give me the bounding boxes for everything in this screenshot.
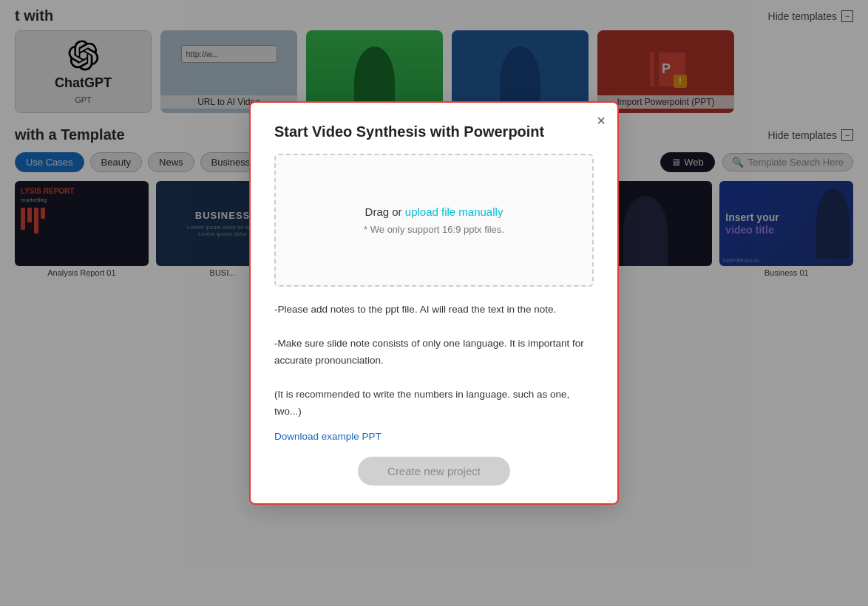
instruction-line2: -Make sure slide note consists of only o… (274, 336, 594, 370)
modal-overlay: × Start Video Synthesis with Powerpoint … (0, 0, 868, 606)
create-project-btn[interactable]: Create new project (358, 457, 510, 486)
modal-dialog: × Start Video Synthesis with Powerpoint … (249, 101, 619, 505)
upload-note: * We only support 16:9 pptx files. (364, 224, 504, 235)
upload-zone[interactable]: Drag or upload file manually * We only s… (274, 154, 594, 287)
instruction-line1: -Please add notes to the ppt file. AI wi… (274, 302, 594, 319)
upload-drag-text: Drag or upload file manually (365, 205, 503, 218)
instruction-line3: (It is recommended to write the numbers … (274, 387, 594, 421)
download-example-link[interactable]: Download example PPT (274, 431, 594, 442)
modal-close-btn[interactable]: × (597, 113, 606, 128)
instructions: -Please add notes to the ppt file. AI wi… (274, 302, 594, 421)
modal-title: Start Video Synthesis with Powerpoint (274, 123, 594, 140)
upload-link[interactable]: upload file manually (405, 205, 503, 218)
